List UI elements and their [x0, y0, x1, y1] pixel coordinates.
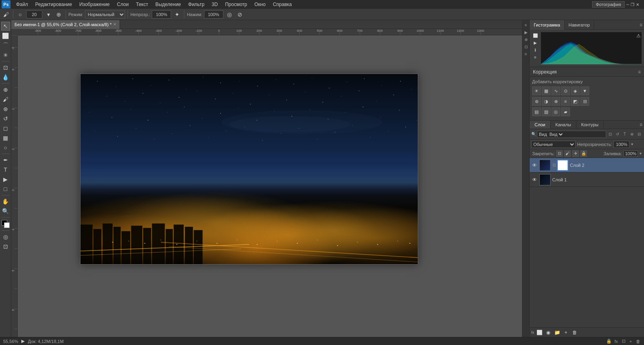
document-tab[interactable]: Без имени-1 @ 55,6% (Слой 2, Слой-маска/… [11, 20, 120, 29]
tab-channels[interactable]: Каналы [551, 121, 576, 129]
color-selector[interactable] [2, 220, 10, 228]
clone-tool[interactable]: ⊛ [1, 105, 10, 113]
layers-filter-type[interactable]: Вид [548, 131, 564, 138]
lasso-tool[interactable]: ⌒ [1, 41, 10, 50]
status-icon-5[interactable]: 🗑 [635, 339, 641, 344]
filter-icon-1[interactable]: ⊡ [607, 131, 613, 138]
delete-layer-btn[interactable]: 🗑 [571, 329, 578, 336]
correction-header[interactable]: Коррекция ≡ [530, 67, 644, 77]
color-lookup-btn[interactable]: ◩ [571, 97, 580, 106]
background-color[interactable] [4, 222, 10, 228]
toggle-btn-1[interactable]: ≡ [523, 22, 529, 28]
menu-filter[interactable]: Фильтр [185, 1, 208, 8]
histogram-tab[interactable]: Гистограмма [530, 20, 565, 30]
gradient-map-btn[interactable]: ▰ [561, 107, 570, 116]
filter-icon-5[interactable]: ⊟ [636, 131, 642, 138]
add-adj-btn[interactable]: ◉ [545, 329, 552, 336]
toggle-btn-2[interactable]: ▶ [523, 29, 529, 35]
filter-icon-2[interactable]: ↺ [614, 131, 621, 138]
history-brush-tool[interactable]: ↺ [1, 114, 10, 123]
add-layer-btn[interactable]: + [562, 329, 570, 336]
status-icon-3[interactable]: ⊡ [621, 339, 626, 344]
menu-edit[interactable]: Редактирование [32, 1, 75, 8]
select-rect-tool[interactable]: ⬜ [1, 31, 10, 40]
layer-row-1[interactable]: 👁 Слой 1 [530, 172, 644, 187]
tab-close-btn[interactable]: ✕ [113, 22, 116, 27]
canvas-bg[interactable] [18, 35, 522, 337]
invert-btn[interactable]: ⊟ [580, 97, 589, 106]
filter-icon-3[interactable]: T [621, 131, 628, 138]
status-icon-1[interactable]: 🔒 [606, 339, 612, 344]
magic-wand-tool[interactable]: ✳ [1, 51, 10, 60]
opacity-input[interactable] [152, 10, 171, 18]
add-mask-btn[interactable]: ⬜ [536, 329, 543, 336]
status-icon-2[interactable]: fx [613, 339, 619, 344]
flow-btn[interactable]: ⊘ [235, 10, 244, 19]
shape-tool[interactable]: □ [1, 185, 10, 193]
brush-tool[interactable]: 🖌 [1, 95, 10, 104]
brush-preset-icon[interactable]: ▾ [44, 10, 53, 19]
canvas-image[interactable] [80, 74, 418, 265]
brush-size-input[interactable] [26, 10, 42, 18]
pressure-btn[interactable]: ◎ [225, 10, 234, 19]
brightness-contrast-btn[interactable]: ☀ [532, 86, 541, 95]
menu-select[interactable]: Выделение [152, 1, 184, 8]
histogram-menu-btn[interactable]: ≡ [638, 22, 644, 28]
toggle-btn-5[interactable]: ≡ [523, 51, 529, 57]
bw-btn[interactable]: ◑ [542, 97, 551, 106]
vibrance-btn[interactable]: ◈ [571, 86, 580, 95]
selective-color-btn[interactable]: ◎ [551, 107, 560, 116]
layer-row-2[interactable]: 👁 ⛓ Слой 2 [530, 158, 644, 172]
path-select-tool[interactable]: ▶ [1, 175, 10, 184]
gradient-tool[interactable]: ▦ [1, 133, 10, 142]
status-arrow[interactable]: ▶ [21, 339, 25, 344]
add-group-btn[interactable]: 📁 [553, 329, 561, 336]
toggle-btn-4[interactable]: ⊡ [523, 43, 529, 50]
eyedropper-tool[interactable]: 💧 [1, 73, 10, 82]
toggle-btn-3[interactable]: ⊕ [523, 36, 529, 43]
navigator-tab[interactable]: Навигатор [565, 20, 594, 30]
tab-paths[interactable]: Контуры [576, 121, 604, 129]
mode-select[interactable]: Нормальный [85, 10, 125, 18]
layer1-visibility-btn[interactable]: 👁 [531, 177, 538, 183]
pressure-input[interactable] [204, 10, 223, 18]
photo-filter-btn[interactable]: ⊕ [551, 97, 560, 106]
fill-value[interactable] [623, 150, 638, 157]
threshold-btn[interactable]: ▧ [542, 107, 551, 116]
quick-mask-tool[interactable]: ◎ [1, 232, 10, 241]
menu-window[interactable]: Окно [251, 1, 269, 8]
hist-play-btn[interactable]: ▶ [532, 39, 539, 46]
menu-file[interactable]: Файл [13, 1, 31, 8]
lock-paint-btn[interactable]: 🖌 [564, 150, 571, 157]
layer2-visibility-btn[interactable]: 👁 [531, 162, 538, 168]
tab-layers[interactable]: Слои [530, 121, 551, 129]
crop-tool[interactable]: ⊡ [1, 63, 10, 72]
status-icon-4[interactable]: + [628, 339, 634, 344]
zoom-tool[interactable]: 🔍 [1, 207, 10, 216]
layers-menu-btn[interactable]: ≡ [638, 121, 644, 129]
layers-search-box[interactable]: Вид Вид [537, 131, 606, 138]
text-tool[interactable]: T [1, 165, 10, 174]
workspace-selector[interactable]: Фотография [592, 1, 625, 8]
fx-btn[interactable]: fx [531, 331, 534, 335]
hist-view-btn[interactable]: ≡ [532, 54, 539, 60]
hist-info-btn[interactable]: ℹ [532, 47, 539, 53]
levels-btn[interactable]: ▦ [542, 86, 551, 95]
minimize-btn[interactable]: ─ [626, 2, 629, 7]
lock-position-btn[interactable]: ✛ [572, 150, 579, 157]
menu-help[interactable]: Справка [270, 1, 295, 8]
lock-pixels-btn[interactable]: ⊡ [556, 150, 563, 157]
hsl-btn[interactable]: ▼ [580, 86, 589, 95]
restore-btn[interactable]: ❐ [631, 2, 634, 7]
menu-text[interactable]: Текст [133, 1, 151, 8]
opacity-btn[interactable]: ✦ [173, 10, 182, 19]
correction-menu-btn[interactable]: ≡ [638, 69, 641, 75]
channel-mixer-btn[interactable]: ≡ [561, 97, 570, 106]
posterize-btn[interactable]: ▤ [532, 107, 541, 116]
move-tool[interactable]: ↖ [1, 22, 10, 31]
curves-btn[interactable]: ∿ [551, 86, 560, 95]
filter-icon-4[interactable]: ⊕ [629, 131, 635, 138]
menu-3d[interactable]: 3D [208, 1, 221, 8]
menu-image[interactable]: Изображение [76, 1, 113, 8]
brush-settings-icon[interactable]: ⊕ [54, 10, 63, 19]
